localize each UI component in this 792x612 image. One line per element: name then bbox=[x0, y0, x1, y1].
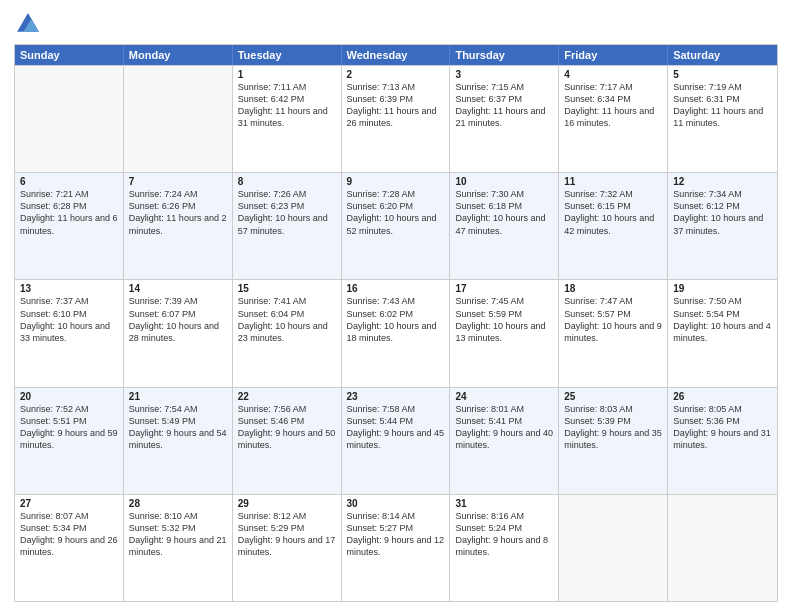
day-info: Sunrise: 7:58 AMSunset: 5:44 PMDaylight:… bbox=[347, 403, 445, 452]
day-number: 23 bbox=[347, 391, 445, 402]
day-cell-22: 22Sunrise: 7:56 AMSunset: 5:46 PMDayligh… bbox=[233, 388, 342, 494]
empty-cell bbox=[559, 495, 668, 601]
day-info: Sunrise: 7:15 AMSunset: 6:37 PMDaylight:… bbox=[455, 81, 553, 130]
header-day-sunday: Sunday bbox=[15, 45, 124, 65]
day-number: 11 bbox=[564, 176, 662, 187]
day-info: Sunrise: 7:52 AMSunset: 5:51 PMDaylight:… bbox=[20, 403, 118, 452]
day-number: 3 bbox=[455, 69, 553, 80]
day-cell-23: 23Sunrise: 7:58 AMSunset: 5:44 PMDayligh… bbox=[342, 388, 451, 494]
day-number: 4 bbox=[564, 69, 662, 80]
week-row-3: 13Sunrise: 7:37 AMSunset: 6:10 PMDayligh… bbox=[15, 279, 777, 386]
day-cell-26: 26Sunrise: 8:05 AMSunset: 5:36 PMDayligh… bbox=[668, 388, 777, 494]
day-cell-4: 4Sunrise: 7:17 AMSunset: 6:34 PMDaylight… bbox=[559, 66, 668, 172]
header-day-saturday: Saturday bbox=[668, 45, 777, 65]
day-number: 5 bbox=[673, 69, 772, 80]
empty-cell bbox=[15, 66, 124, 172]
day-cell-29: 29Sunrise: 8:12 AMSunset: 5:29 PMDayligh… bbox=[233, 495, 342, 601]
day-number: 25 bbox=[564, 391, 662, 402]
day-number: 7 bbox=[129, 176, 227, 187]
day-cell-20: 20Sunrise: 7:52 AMSunset: 5:51 PMDayligh… bbox=[15, 388, 124, 494]
day-number: 27 bbox=[20, 498, 118, 509]
header-day-wednesday: Wednesday bbox=[342, 45, 451, 65]
day-info: Sunrise: 7:11 AMSunset: 6:42 PMDaylight:… bbox=[238, 81, 336, 130]
calendar-body: 1Sunrise: 7:11 AMSunset: 6:42 PMDaylight… bbox=[15, 65, 777, 601]
day-info: Sunrise: 8:14 AMSunset: 5:27 PMDaylight:… bbox=[347, 510, 445, 559]
day-number: 30 bbox=[347, 498, 445, 509]
empty-cell bbox=[124, 66, 233, 172]
header-day-monday: Monday bbox=[124, 45, 233, 65]
day-number: 17 bbox=[455, 283, 553, 294]
day-cell-24: 24Sunrise: 8:01 AMSunset: 5:41 PMDayligh… bbox=[450, 388, 559, 494]
day-number: 31 bbox=[455, 498, 553, 509]
day-info: Sunrise: 7:26 AMSunset: 6:23 PMDaylight:… bbox=[238, 188, 336, 237]
header-day-tuesday: Tuesday bbox=[233, 45, 342, 65]
day-number: 8 bbox=[238, 176, 336, 187]
week-row-2: 6Sunrise: 7:21 AMSunset: 6:28 PMDaylight… bbox=[15, 172, 777, 279]
day-cell-13: 13Sunrise: 7:37 AMSunset: 6:10 PMDayligh… bbox=[15, 280, 124, 386]
day-info: Sunrise: 8:05 AMSunset: 5:36 PMDaylight:… bbox=[673, 403, 772, 452]
day-cell-21: 21Sunrise: 7:54 AMSunset: 5:49 PMDayligh… bbox=[124, 388, 233, 494]
calendar-header: SundayMondayTuesdayWednesdayThursdayFrid… bbox=[15, 45, 777, 65]
day-number: 28 bbox=[129, 498, 227, 509]
day-number: 15 bbox=[238, 283, 336, 294]
day-cell-19: 19Sunrise: 7:50 AMSunset: 5:54 PMDayligh… bbox=[668, 280, 777, 386]
header-day-friday: Friday bbox=[559, 45, 668, 65]
week-row-5: 27Sunrise: 8:07 AMSunset: 5:34 PMDayligh… bbox=[15, 494, 777, 601]
header-day-thursday: Thursday bbox=[450, 45, 559, 65]
day-number: 19 bbox=[673, 283, 772, 294]
day-cell-9: 9Sunrise: 7:28 AMSunset: 6:20 PMDaylight… bbox=[342, 173, 451, 279]
calendar: SundayMondayTuesdayWednesdayThursdayFrid… bbox=[14, 44, 778, 602]
logo bbox=[14, 10, 46, 38]
day-info: Sunrise: 8:16 AMSunset: 5:24 PMDaylight:… bbox=[455, 510, 553, 559]
day-number: 1 bbox=[238, 69, 336, 80]
header bbox=[14, 10, 778, 38]
day-cell-18: 18Sunrise: 7:47 AMSunset: 5:57 PMDayligh… bbox=[559, 280, 668, 386]
week-row-1: 1Sunrise: 7:11 AMSunset: 6:42 PMDaylight… bbox=[15, 65, 777, 172]
day-number: 18 bbox=[564, 283, 662, 294]
logo-icon bbox=[14, 10, 42, 38]
day-info: Sunrise: 8:07 AMSunset: 5:34 PMDaylight:… bbox=[20, 510, 118, 559]
day-cell-11: 11Sunrise: 7:32 AMSunset: 6:15 PMDayligh… bbox=[559, 173, 668, 279]
day-cell-28: 28Sunrise: 8:10 AMSunset: 5:32 PMDayligh… bbox=[124, 495, 233, 601]
day-info: Sunrise: 7:30 AMSunset: 6:18 PMDaylight:… bbox=[455, 188, 553, 237]
day-info: Sunrise: 7:37 AMSunset: 6:10 PMDaylight:… bbox=[20, 295, 118, 344]
day-info: Sunrise: 7:39 AMSunset: 6:07 PMDaylight:… bbox=[129, 295, 227, 344]
day-number: 13 bbox=[20, 283, 118, 294]
day-cell-15: 15Sunrise: 7:41 AMSunset: 6:04 PMDayligh… bbox=[233, 280, 342, 386]
day-cell-30: 30Sunrise: 8:14 AMSunset: 5:27 PMDayligh… bbox=[342, 495, 451, 601]
day-number: 26 bbox=[673, 391, 772, 402]
day-cell-27: 27Sunrise: 8:07 AMSunset: 5:34 PMDayligh… bbox=[15, 495, 124, 601]
day-number: 12 bbox=[673, 176, 772, 187]
day-info: Sunrise: 7:41 AMSunset: 6:04 PMDaylight:… bbox=[238, 295, 336, 344]
day-number: 20 bbox=[20, 391, 118, 402]
empty-cell bbox=[668, 495, 777, 601]
day-cell-1: 1Sunrise: 7:11 AMSunset: 6:42 PMDaylight… bbox=[233, 66, 342, 172]
day-info: Sunrise: 7:43 AMSunset: 6:02 PMDaylight:… bbox=[347, 295, 445, 344]
day-number: 9 bbox=[347, 176, 445, 187]
day-info: Sunrise: 8:10 AMSunset: 5:32 PMDaylight:… bbox=[129, 510, 227, 559]
day-cell-8: 8Sunrise: 7:26 AMSunset: 6:23 PMDaylight… bbox=[233, 173, 342, 279]
day-number: 24 bbox=[455, 391, 553, 402]
day-cell-31: 31Sunrise: 8:16 AMSunset: 5:24 PMDayligh… bbox=[450, 495, 559, 601]
day-number: 2 bbox=[347, 69, 445, 80]
day-number: 16 bbox=[347, 283, 445, 294]
day-number: 29 bbox=[238, 498, 336, 509]
day-cell-2: 2Sunrise: 7:13 AMSunset: 6:39 PMDaylight… bbox=[342, 66, 451, 172]
day-info: Sunrise: 7:17 AMSunset: 6:34 PMDaylight:… bbox=[564, 81, 662, 130]
day-cell-10: 10Sunrise: 7:30 AMSunset: 6:18 PMDayligh… bbox=[450, 173, 559, 279]
day-cell-6: 6Sunrise: 7:21 AMSunset: 6:28 PMDaylight… bbox=[15, 173, 124, 279]
day-number: 21 bbox=[129, 391, 227, 402]
day-info: Sunrise: 7:24 AMSunset: 6:26 PMDaylight:… bbox=[129, 188, 227, 237]
day-cell-16: 16Sunrise: 7:43 AMSunset: 6:02 PMDayligh… bbox=[342, 280, 451, 386]
day-cell-3: 3Sunrise: 7:15 AMSunset: 6:37 PMDaylight… bbox=[450, 66, 559, 172]
day-info: Sunrise: 7:56 AMSunset: 5:46 PMDaylight:… bbox=[238, 403, 336, 452]
day-info: Sunrise: 7:50 AMSunset: 5:54 PMDaylight:… bbox=[673, 295, 772, 344]
day-cell-5: 5Sunrise: 7:19 AMSunset: 6:31 PMDaylight… bbox=[668, 66, 777, 172]
day-cell-17: 17Sunrise: 7:45 AMSunset: 5:59 PMDayligh… bbox=[450, 280, 559, 386]
day-info: Sunrise: 7:45 AMSunset: 5:59 PMDaylight:… bbox=[455, 295, 553, 344]
day-number: 6 bbox=[20, 176, 118, 187]
day-info: Sunrise: 7:54 AMSunset: 5:49 PMDaylight:… bbox=[129, 403, 227, 452]
day-info: Sunrise: 7:19 AMSunset: 6:31 PMDaylight:… bbox=[673, 81, 772, 130]
page: SundayMondayTuesdayWednesdayThursdayFrid… bbox=[0, 0, 792, 612]
day-info: Sunrise: 7:13 AMSunset: 6:39 PMDaylight:… bbox=[347, 81, 445, 130]
